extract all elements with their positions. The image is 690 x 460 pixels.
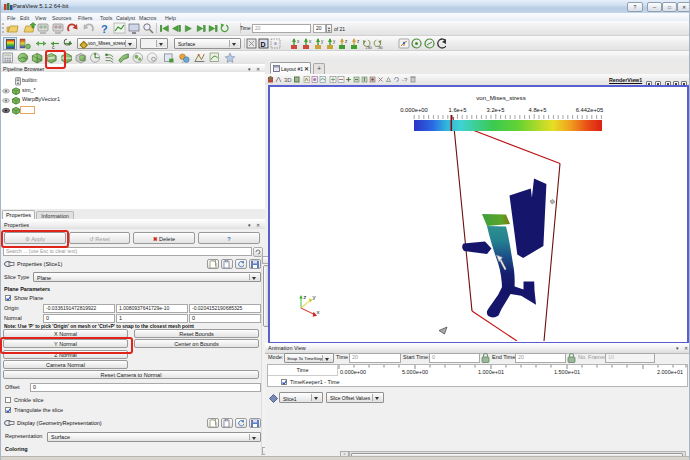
svg-text:y: y [321, 39, 324, 44]
svg-text:z: z [345, 39, 348, 44]
svg-text:1.500e+01: 1.500e+01 [554, 369, 580, 375]
svg-text:?: ? [101, 23, 108, 35]
svg-text:0.000e+00: 0.000e+00 [400, 107, 428, 113]
svg-text:1.6e+5: 1.6e+5 [449, 107, 467, 113]
svg-text:z: z [303, 293, 306, 300]
svg-text:-90: -90 [377, 45, 382, 49]
svg-text:y: y [333, 39, 336, 44]
svg-text:1.000e+01: 1.000e+01 [478, 369, 504, 375]
svg-text:y: y [313, 293, 317, 300]
svg-text:z: z [357, 39, 360, 44]
svg-text:D: D [261, 40, 266, 47]
svg-text:6.442e+05: 6.442e+05 [576, 107, 604, 113]
svg-text:2.000e+01: 2.000e+01 [657, 369, 683, 375]
svg-text:+90: +90 [365, 45, 371, 49]
svg-text:-?: -? [402, 77, 408, 83]
svg-text:3D: 3D [284, 77, 292, 83]
svg-text:0.000e+00: 0.000e+00 [340, 369, 366, 375]
svg-text:x: x [309, 39, 312, 44]
svg-text:x: x [297, 39, 300, 44]
svg-text:4.8e+5: 4.8e+5 [529, 107, 547, 113]
svg-text:5.000e+00: 5.000e+00 [402, 369, 428, 375]
svg-text:3.2e+5: 3.2e+5 [487, 107, 505, 113]
svg-text:von_Mises_stress: von_Mises_stress [476, 94, 526, 101]
svg-text:x: x [317, 308, 321, 315]
